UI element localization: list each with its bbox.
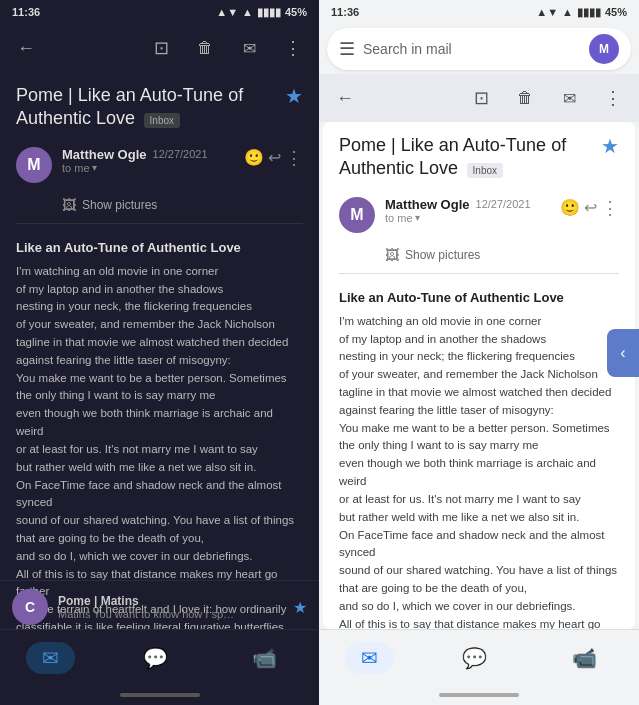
left-more-icon: ⋮ bbox=[284, 37, 302, 59]
right-inbox-badge: Inbox bbox=[467, 163, 503, 178]
left-label-icon: ✉ bbox=[243, 39, 256, 58]
left-back-icon: ← bbox=[17, 38, 35, 59]
left-bg-item-info: Pome | Matins Matins You want to know ho… bbox=[58, 594, 283, 620]
right-nav-mail[interactable]: ✉ bbox=[345, 642, 394, 674]
left-image-icon: 🖼 bbox=[62, 197, 76, 213]
left-sender-row: M Matthew Ogle 12/27/2021 to me ▾ 🙂 ↩ ⋮ bbox=[0, 139, 319, 191]
right-star-icon[interactable]: ★ bbox=[601, 134, 619, 158]
right-status-bar: 11:36 ▲▼ ▲ ▮▮▮▮ 45% bbox=[319, 0, 639, 24]
right-search-bar[interactable]: ☰ Search in mail M bbox=[327, 28, 631, 70]
left-star-icon[interactable]: ★ bbox=[285, 84, 303, 108]
right-sender-info: Matthew Ogle 12/27/2021 to me ▾ bbox=[385, 197, 550, 224]
left-sender-date: 12/27/2021 bbox=[153, 148, 208, 160]
left-to-chevron-icon[interactable]: ▾ bbox=[92, 162, 97, 173]
left-emoji-button[interactable]: 🙂 bbox=[244, 148, 264, 167]
right-back-button[interactable]: ← bbox=[327, 80, 363, 116]
right-emoji-button[interactable]: 🙂 bbox=[560, 198, 580, 217]
right-bottom-nav: ✉ 💬 📹 bbox=[319, 629, 639, 685]
right-archive-button[interactable]: ⊡ bbox=[463, 80, 499, 116]
right-show-pictures-link[interactable]: Show pictures bbox=[405, 248, 480, 262]
left-sender-more-button[interactable]: ⋮ bbox=[285, 147, 303, 169]
left-bg-item-name: Pome | Matins bbox=[58, 594, 283, 608]
right-chat-icon: 💬 bbox=[462, 646, 487, 670]
left-back-button[interactable]: ← bbox=[8, 30, 44, 66]
left-signal-icon: ▲▼ bbox=[216, 6, 238, 18]
right-signal-icon: ▲▼ bbox=[536, 6, 558, 18]
right-home-indicator bbox=[319, 685, 639, 705]
right-reply-button[interactable]: ↩ bbox=[584, 198, 597, 217]
left-wifi-icon: ▲ bbox=[242, 6, 253, 18]
left-status-bar: 11:36 ▲▼ ▲ ▮▮▮▮ 45% bbox=[0, 0, 319, 24]
right-search-text: Search in mail bbox=[363, 41, 581, 57]
left-archive-button[interactable]: ⊡ bbox=[143, 30, 179, 66]
left-divider bbox=[16, 223, 303, 224]
left-sender-to: to me ▾ bbox=[62, 162, 234, 174]
right-to-chevron-icon[interactable]: ▾ bbox=[415, 212, 420, 223]
left-time: 11:36 bbox=[12, 6, 40, 18]
right-sender-more-button[interactable]: ⋮ bbox=[601, 197, 619, 219]
left-sender-avatar: M bbox=[16, 147, 52, 183]
right-nav-video[interactable]: 📹 bbox=[556, 642, 613, 674]
left-reply-button[interactable]: ↩ bbox=[268, 148, 281, 167]
right-nav-chat[interactable]: 💬 bbox=[446, 642, 503, 674]
left-delete-icon: 🗑 bbox=[197, 39, 213, 57]
left-bg-item-preview: Matins You want to know how I spend my t… bbox=[58, 608, 238, 620]
right-label-button[interactable]: ✉ bbox=[551, 80, 587, 116]
right-archive-icon: ⊡ bbox=[474, 87, 489, 109]
left-archive-icon: ⊡ bbox=[154, 37, 169, 59]
left-bg-list-item[interactable]: C Pome | Matins Matins You want to know … bbox=[0, 580, 319, 633]
right-mail-icon: ✉ bbox=[361, 646, 378, 670]
right-toolbar: ← ⊡ 🗑 ✉ ⋮ bbox=[319, 74, 639, 122]
left-status-icons: ▲▼ ▲ ▮▮▮▮ 45% bbox=[216, 6, 307, 19]
left-panel: 11:36 ▲▼ ▲ ▮▮▮▮ 45% ← ⊡ 🗑 ✉ ⋮ Pome | Lik bbox=[0, 0, 319, 705]
right-time: 11:36 bbox=[331, 6, 359, 18]
left-email-body: Like an Auto-Tune of Authentic Love I'm … bbox=[0, 228, 319, 629]
right-sender-avatar: M bbox=[339, 197, 375, 233]
left-show-pictures-link[interactable]: Show pictures bbox=[82, 198, 157, 212]
right-show-pictures-row: 🖼 Show pictures bbox=[323, 241, 635, 269]
right-user-avatar[interactable]: M bbox=[589, 34, 619, 64]
left-label-button[interactable]: ✉ bbox=[231, 30, 267, 66]
left-bg-avatar: C bbox=[12, 589, 48, 625]
right-sender-date: 12/27/2021 bbox=[476, 198, 531, 210]
right-chevron-button[interactable]: ‹ bbox=[607, 329, 639, 377]
right-delete-button[interactable]: 🗑 bbox=[507, 80, 543, 116]
right-delete-icon: 🗑 bbox=[517, 89, 533, 107]
right-email-body: Like an Auto-Tune of Authentic Love I'm … bbox=[323, 278, 635, 629]
right-body-text: I'm watching an old movie in one corner … bbox=[339, 313, 619, 629]
right-home-bar bbox=[439, 693, 519, 697]
right-email-header: Pome | Like an Auto-Tune of Authentic Lo… bbox=[323, 122, 635, 189]
left-body-title: Like an Auto-Tune of Authentic Love bbox=[16, 240, 303, 255]
right-video-icon: 📹 bbox=[572, 646, 597, 670]
left-delete-button[interactable]: 🗑 bbox=[187, 30, 223, 66]
left-sender-name: Matthew Ogle bbox=[62, 147, 147, 162]
right-image-icon: 🖼 bbox=[385, 247, 399, 263]
right-label-icon: ✉ bbox=[563, 89, 576, 108]
right-sender-to: to me ▾ bbox=[385, 212, 550, 224]
left-signal-bars-icon: ▮▮▮▮ bbox=[257, 6, 281, 19]
right-body-title: Like an Auto-Tune of Authentic Love bbox=[339, 290, 619, 305]
left-toolbar: ← ⊡ 🗑 ✉ ⋮ bbox=[0, 24, 319, 72]
right-divider bbox=[339, 273, 619, 274]
left-battery: 45% bbox=[285, 6, 307, 18]
right-sender-actions: 🙂 ↩ ⋮ bbox=[560, 197, 619, 219]
right-status-icons: ▲▼ ▲ ▮▮▮▮ 45% bbox=[536, 6, 627, 19]
left-show-pictures-row: 🖼 Show pictures bbox=[0, 191, 319, 219]
left-bg-list: C Pome | Matins Matins You want to know … bbox=[0, 580, 319, 705]
right-chevron-icon: ‹ bbox=[620, 344, 625, 362]
left-sender-actions: 🙂 ↩ ⋮ bbox=[244, 147, 303, 169]
left-bg-star-icon[interactable]: ★ bbox=[293, 598, 307, 617]
right-more-icon: ⋮ bbox=[604, 87, 622, 109]
right-email-subject: Pome | Like an Auto-Tune of Authentic Lo… bbox=[339, 135, 566, 178]
right-menu-icon[interactable]: ☰ bbox=[339, 38, 355, 60]
left-inbox-badge: Inbox bbox=[144, 113, 180, 128]
right-back-icon: ← bbox=[336, 88, 354, 109]
right-wifi-icon: ▲ bbox=[562, 6, 573, 18]
right-email-card: Pome | Like an Auto-Tune of Authentic Lo… bbox=[323, 122, 635, 629]
left-email-header: Pome | Like an Auto-Tune of Authentic Lo… bbox=[0, 72, 319, 139]
right-battery: 45% bbox=[605, 6, 627, 18]
left-more-button[interactable]: ⋮ bbox=[275, 30, 311, 66]
left-email-subject: Pome | Like an Auto-Tune of Authentic Lo… bbox=[16, 85, 243, 128]
right-sender-name: Matthew Ogle bbox=[385, 197, 470, 212]
right-more-button[interactable]: ⋮ bbox=[595, 80, 631, 116]
